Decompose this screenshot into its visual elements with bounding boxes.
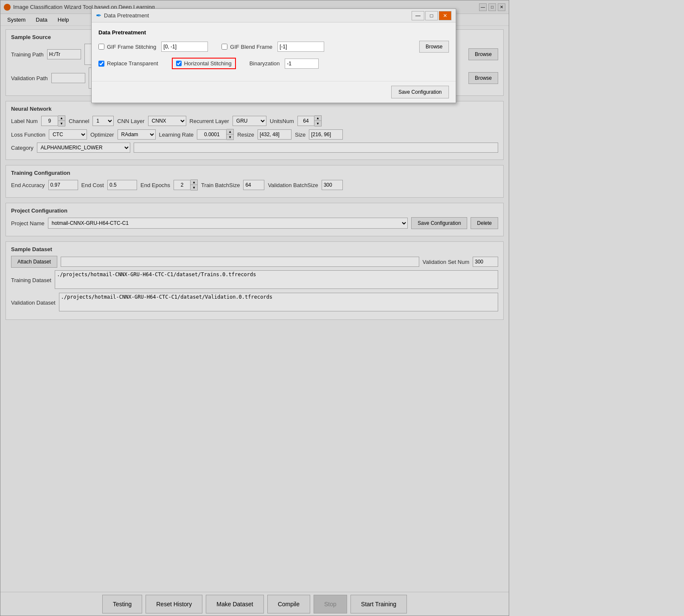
browse-button[interactable]: Browse: [419, 41, 449, 53]
dialog-row1: GIF Frame Stitching GIF Blend Frame Brow…: [98, 41, 449, 53]
gif-frame-stitching-item: GIF Frame Stitching: [98, 44, 156, 50]
dialog-icon: ✒: [96, 11, 101, 20]
dialog-overlay: ✒ Data Pretreatment — □ ✕ Data Pretreatm…: [0, 0, 684, 616]
dialog-row2: Replace Transparent Horizontal Stitching…: [98, 58, 449, 69]
gif-blend-frame-item: GIF Blend Frame: [221, 44, 272, 50]
dialog-minimize-button[interactable]: —: [412, 11, 424, 20]
gif-frame-stitching-label: GIF Frame Stitching: [107, 44, 156, 50]
horizontal-stitching-label: Horizontal Stitching: [184, 60, 232, 67]
gif-frame-stitching-checkbox[interactable]: [98, 44, 104, 50]
replace-transparent-item: Replace Transparent: [98, 60, 158, 67]
gif-blend-frame-checkbox[interactable]: [221, 44, 227, 50]
dialog-title: Data Pretreatment: [104, 12, 409, 19]
dialog-content: Data Pretreatment GIF Frame Stitching GI…: [92, 22, 456, 81]
gif-blend-frame-input[interactable]: [278, 42, 324, 52]
dialog-save-config-button[interactable]: Save Configuration: [391, 86, 449, 98]
dialog-section-title: Data Pretreatment: [98, 29, 449, 36]
dialog-title-bar: ✒ Data Pretreatment — □ ✕: [92, 9, 456, 22]
horizontal-stitching-highlighted: Horizontal Stitching: [172, 58, 236, 69]
binaryzation-input[interactable]: [285, 59, 319, 69]
binaryzation-label: Binaryzation: [249, 60, 280, 67]
dialog-title-buttons: — □ ✕: [412, 11, 451, 20]
dialog-footer: Save Configuration: [92, 81, 456, 103]
data-pretreatment-dialog: ✒ Data Pretreatment — □ ✕ Data Pretreatm…: [91, 8, 456, 103]
dialog-maximize-button[interactable]: □: [425, 11, 438, 20]
gif-blend-frame-label: GIF Blend Frame: [230, 44, 272, 50]
dialog-close-button[interactable]: ✕: [439, 11, 451, 20]
gif-frame-stitching-input[interactable]: [161, 42, 208, 52]
replace-transparent-label: Replace Transparent: [107, 60, 158, 67]
replace-transparent-checkbox[interactable]: [98, 61, 104, 67]
horizontal-stitching-checkbox[interactable]: [176, 61, 182, 66]
